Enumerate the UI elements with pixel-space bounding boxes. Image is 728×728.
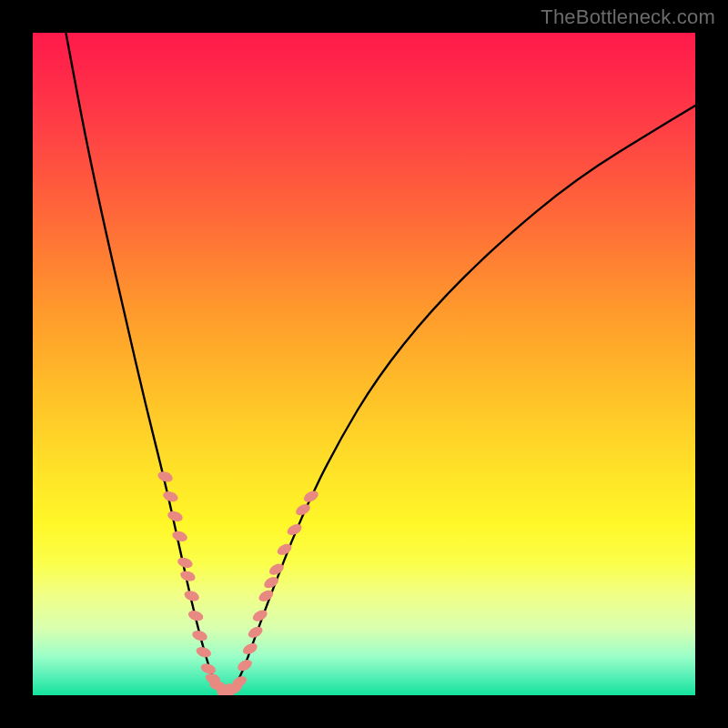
bead-marker <box>157 470 174 483</box>
bead-marker <box>191 629 208 642</box>
bead-marker <box>187 609 204 622</box>
bead-marker <box>167 510 184 523</box>
curve-svg <box>33 33 695 695</box>
bead-marker <box>199 662 217 675</box>
bead-marker <box>302 489 320 504</box>
bead-marker <box>171 530 188 543</box>
highlight-beads <box>157 470 320 695</box>
bead-marker <box>162 490 179 503</box>
watermark-text: TheBottleneck.com <box>541 5 715 29</box>
plot-area <box>33 33 695 695</box>
bead-marker <box>183 589 200 602</box>
bottleneck-curve <box>66 33 695 692</box>
bead-marker <box>177 556 194 570</box>
chart-frame: TheBottleneck.com <box>0 0 728 728</box>
bead-marker <box>179 569 197 582</box>
bead-marker <box>236 658 254 673</box>
bead-marker <box>195 645 212 659</box>
